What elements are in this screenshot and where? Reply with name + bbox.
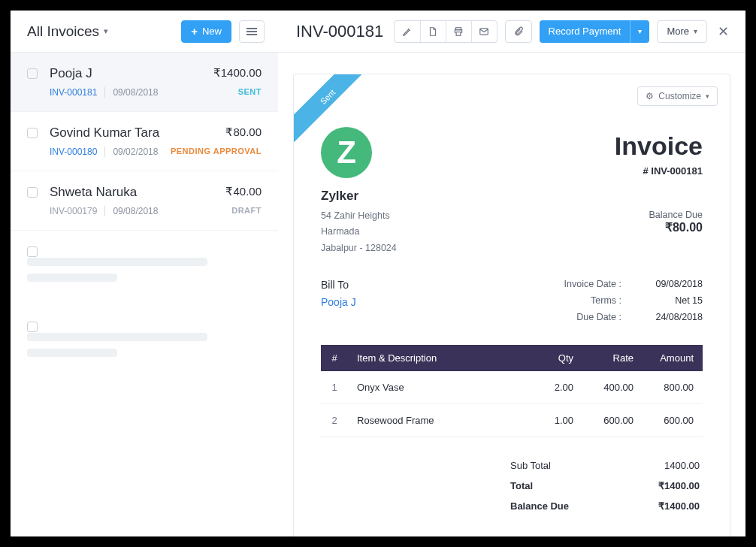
record-payment-dropdown[interactable]: ▾	[630, 20, 649, 43]
company-address: 54 Zahir Heights Harmada Jabalpur - 1280…	[321, 208, 615, 256]
bill-to-block: Bill To Pooja J	[321, 279, 356, 328]
divider	[104, 206, 105, 216]
detail-toolbar: INV-000181	[278, 11, 745, 52]
divider	[104, 87, 105, 98]
hamburger-icon	[246, 28, 257, 35]
status-badge: DRAFT	[225, 206, 262, 215]
app: All Invoices ▾ + New INV-000181	[11, 11, 745, 536]
more-button[interactable]: More ▾	[657, 20, 707, 43]
table-row: 2 Rosewood Frame 1.00 600.00 600.00	[321, 403, 703, 437]
divider	[104, 147, 105, 157]
print-button[interactable]	[446, 21, 471, 42]
email-button[interactable]	[471, 21, 497, 42]
detail-action-group	[394, 20, 497, 43]
customize-button[interactable]: ⚙ Customize ▾	[637, 86, 718, 106]
svg-rect-1	[456, 32, 461, 35]
bill-to-label: Bill To	[321, 279, 356, 291]
close-detail-button[interactable]: ✕	[718, 23, 729, 40]
main: Pooja J INV-000181 09/08/2018 ₹1400.00 S…	[11, 53, 745, 536]
invoice-date: 09/02/2018	[113, 147, 158, 157]
customer-name: Pooja J	[50, 66, 213, 81]
list-item[interactable]: Shweta Naruka INV-000179 09/08/2018 ₹40.…	[11, 171, 278, 231]
list-item[interactable]: Govind Kumar Tara INV-000180 09/02/2018 …	[11, 112, 278, 171]
status-badge: PENDING APPROVAL	[171, 147, 262, 156]
status-ribbon: Sent	[294, 74, 366, 147]
col-item: Item & Description	[348, 345, 522, 371]
list-actions: + New	[181, 20, 265, 43]
list-toolbar: All Invoices ▾ + New	[11, 11, 278, 52]
row-checkbox[interactable]	[27, 187, 38, 198]
invoice-detail: Sent ⚙ Customize ▾ Z Zylker 54 Zahir Hei…	[278, 53, 745, 536]
invoice-header: Z Zylker 54 Zahir Heights Harmada Jabalp…	[321, 127, 703, 256]
status-ribbon-label: Sent	[294, 74, 366, 140]
customer-name: Govind Kumar Tara	[50, 125, 171, 141]
chevron-down-icon: ▾	[706, 92, 709, 100]
new-label: New	[202, 26, 222, 37]
detail-title: INV-000181	[296, 22, 383, 41]
status-badge: SENT	[213, 87, 262, 96]
customize-label: Customize	[658, 91, 701, 101]
invoice-date: 09/08/2018	[113, 206, 158, 216]
new-invoice-button[interactable]: + New	[181, 20, 231, 43]
invoice-amount: ₹1400.00	[213, 66, 262, 80]
invoice-amount: ₹40.00	[225, 185, 262, 198]
list-title-dropdown[interactable]: All Invoices ▾	[27, 23, 108, 40]
attach-group	[505, 20, 532, 43]
pdf-button[interactable]	[420, 21, 446, 42]
document-number: # INV-000181	[615, 165, 703, 177]
invoice-id: INV-000180	[50, 147, 97, 157]
top-bar: All Invoices ▾ + New INV-000181	[11, 11, 745, 53]
invoice-id: INV-000181	[50, 87, 97, 98]
attach-button[interactable]	[506, 21, 531, 42]
chevron-down-icon: ▾	[104, 26, 108, 36]
plus-icon: +	[191, 25, 198, 38]
line-items-table: # Item & Description Qty Rate Amount 1 O…	[321, 345, 703, 437]
gear-icon: ⚙	[646, 91, 654, 101]
edit-button[interactable]	[395, 21, 420, 42]
printer-icon	[453, 26, 464, 37]
document-title-block: Invoice # INV-000181	[615, 131, 703, 177]
invoice-amount: ₹80.00	[171, 125, 262, 139]
document-title: Invoice	[615, 131, 703, 161]
pencil-icon	[402, 26, 413, 37]
col-qty: Qty	[522, 345, 582, 371]
balance-value: ₹80.00	[615, 220, 703, 234]
balance-due-block: Balance Due ₹80.00	[615, 210, 703, 234]
col-num: #	[321, 345, 348, 371]
bill-to-name[interactable]: Pooja J	[321, 296, 356, 308]
invoice-date: 09/08/2018	[113, 87, 158, 98]
row-checkbox[interactable]	[27, 128, 38, 138]
mail-icon	[479, 26, 489, 37]
more-label: More	[667, 26, 689, 37]
company-name: Zylker	[321, 189, 615, 204]
list-title-label: All Invoices	[27, 23, 99, 40]
invoice-id: INV-000179	[50, 206, 97, 216]
row-checkbox[interactable]	[27, 322, 38, 332]
file-icon	[428, 26, 438, 37]
balance-label: Balance Due	[615, 210, 703, 220]
list-menu-button[interactable]	[239, 20, 265, 43]
paperclip-icon	[513, 26, 524, 37]
row-checkbox[interactable]	[27, 246, 38, 257]
row-checkbox[interactable]	[27, 68, 38, 79]
list-item-placeholder	[11, 231, 278, 306]
col-rate: Rate	[582, 345, 643, 371]
invoice-meta: Invoice Date :09/08/2018 Terms :Net 15 D…	[564, 279, 703, 328]
list-item-placeholder	[11, 306, 278, 381]
totals: Sub Total1400.00 Total₹1400.00 Balance D…	[321, 455, 703, 516]
invoice-list: Pooja J INV-000181 09/08/2018 ₹1400.00 S…	[11, 53, 278, 536]
record-payment-button[interactable]: Record Payment	[540, 20, 631, 43]
record-payment-split: Record Payment ▾	[540, 20, 650, 43]
chevron-down-icon: ▾	[694, 27, 697, 35]
table-row: 1 Onyx Vase 2.00 400.00 800.00	[321, 371, 703, 404]
invoice-card: Sent ⚙ Customize ▾ Z Zylker 54 Zahir Hei…	[293, 74, 730, 536]
col-amount: Amount	[643, 345, 703, 371]
invoice-mid: Bill To Pooja J Invoice Date :09/08/2018…	[321, 279, 703, 328]
customer-name: Shweta Naruka	[50, 185, 225, 200]
list-item[interactable]: Pooja J INV-000181 09/08/2018 ₹1400.00 S…	[11, 53, 278, 112]
